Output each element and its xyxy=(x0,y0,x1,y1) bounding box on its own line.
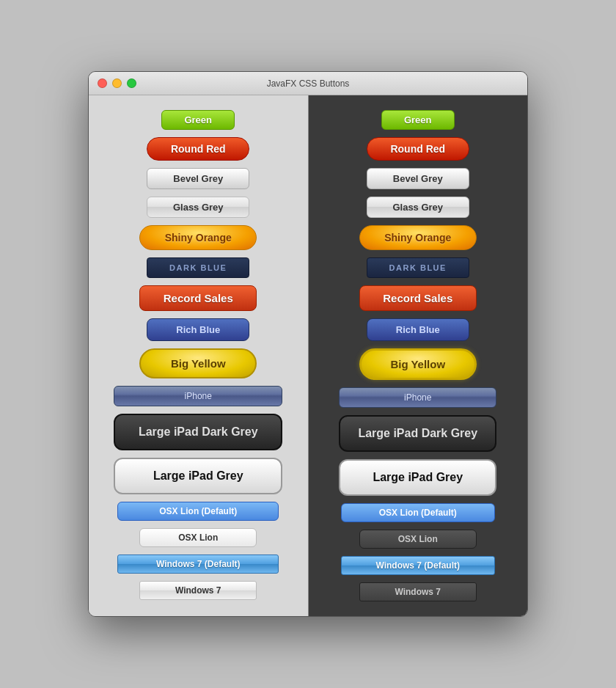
light-panel: Green Round Red Bevel Grey Glass Grey Sh… xyxy=(89,95,308,616)
bevel-grey-button-dark[interactable]: Bevel Grey xyxy=(367,168,469,189)
big-yellow-button-dark[interactable]: Big Yellow xyxy=(359,348,477,380)
green-button-dark[interactable]: Green xyxy=(381,110,455,130)
large-ipad-grey-button-light[interactable]: Large iPad Grey xyxy=(114,458,282,494)
minimize-button[interactable] xyxy=(112,78,122,88)
big-yellow-button-light[interactable]: Big Yellow xyxy=(139,348,257,378)
titlebar: JavaFX CSS Buttons xyxy=(89,72,527,95)
window-title: JavaFX CSS Buttons xyxy=(267,78,350,89)
win7-default-button-light[interactable]: Windows 7 (Default) xyxy=(117,555,279,574)
iphone-button-dark[interactable]: iPhone xyxy=(339,387,496,408)
maximize-button[interactable] xyxy=(127,78,136,88)
shiny-orange-button-dark[interactable]: Shiny Orange xyxy=(359,225,477,250)
rich-blue-button-dark[interactable]: Rich Blue xyxy=(367,318,469,341)
win7-default-button-dark[interactable]: Windows 7 (Default) xyxy=(341,556,495,575)
shiny-orange-button-light[interactable]: Shiny Orange xyxy=(139,225,257,250)
record-sales-button-dark[interactable]: Record Sales xyxy=(359,285,477,311)
large-ipad-dark-button-dark[interactable]: Large iPad Dark Grey xyxy=(339,415,496,452)
dark-panel: Green Round Red Bevel Grey Glass Grey Sh… xyxy=(309,95,528,616)
close-button[interactable] xyxy=(98,78,107,88)
osx-default-button-dark[interactable]: OSX Lion (Default) xyxy=(341,503,495,522)
dark-blue-button-dark[interactable]: DARK BLUE xyxy=(367,257,469,278)
record-sales-button-light[interactable]: Record Sales xyxy=(139,285,257,311)
round-red-button-dark[interactable]: Round Red xyxy=(367,137,469,161)
win7-button-dark[interactable]: Windows 7 xyxy=(359,582,477,601)
rich-blue-button-light[interactable]: Rich Blue xyxy=(147,318,249,341)
large-ipad-dark-button-light[interactable]: Large iPad Dark Grey xyxy=(114,414,282,450)
iphone-button-light[interactable]: iPhone xyxy=(114,386,282,406)
glass-grey-button-light[interactable]: Glass Grey xyxy=(147,197,249,218)
content-area: Green Round Red Bevel Grey Glass Grey Sh… xyxy=(89,95,527,616)
bevel-grey-button-light[interactable]: Bevel Grey xyxy=(147,168,249,189)
main-window: JavaFX CSS Buttons Green Round Red Bevel… xyxy=(88,71,528,617)
win7-button-light[interactable]: Windows 7 xyxy=(139,581,257,600)
osx-default-button-light[interactable]: OSX Lion (Default) xyxy=(117,502,279,521)
osx-button-light[interactable]: OSX Lion xyxy=(139,528,257,547)
traffic-lights xyxy=(98,78,136,88)
large-ipad-grey-button-dark[interactable]: Large iPad Grey xyxy=(339,459,496,496)
glass-grey-button-dark[interactable]: Glass Grey xyxy=(367,197,469,218)
dark-blue-button-light[interactable]: DARK BLUE xyxy=(147,257,249,278)
green-button-light[interactable]: Green xyxy=(161,110,235,130)
round-red-button-light[interactable]: Round Red xyxy=(147,137,249,161)
osx-button-dark[interactable]: OSX Lion xyxy=(359,530,477,549)
